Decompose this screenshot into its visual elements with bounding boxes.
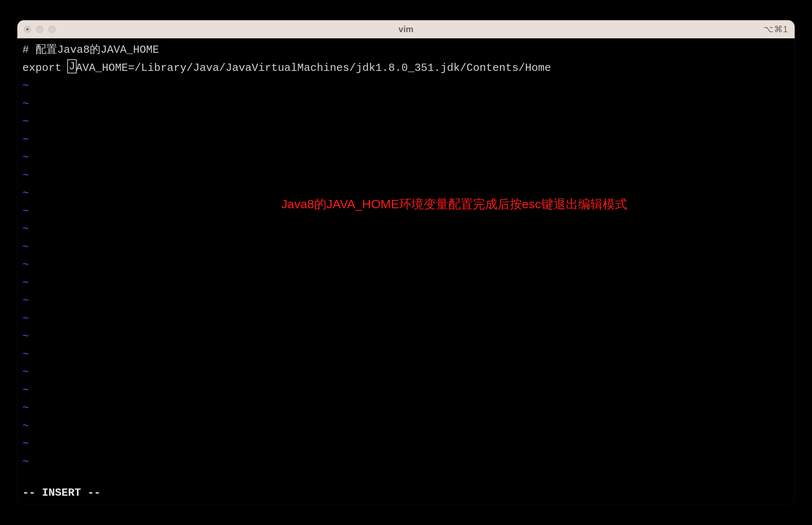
empty-line-tilde: ~	[22, 310, 790, 328]
empty-line-tilde: ~	[22, 256, 790, 274]
annotation-overlay: Java8的JAVA_HOME环境变量配置完成后按esc键退出编辑模式	[281, 194, 627, 214]
text-cursor: J	[67, 59, 77, 73]
vim-editor-area[interactable]: # 配置Java8的JAVA_HOME export JAVA_HOME=/Li…	[17, 38, 795, 505]
minimize-icon[interactable]	[36, 26, 43, 33]
empty-line-tilde: ~	[22, 328, 790, 346]
empty-line-tilde: ~	[22, 363, 790, 381]
empty-line-tilde: ~	[22, 77, 790, 95]
empty-line-tilde: ~	[22, 346, 790, 364]
empty-line-tilde: ~	[22, 274, 790, 292]
window-shortcut-indicator: ⌥⌘1	[764, 24, 788, 34]
editor-line-1: # 配置Java8的JAVA_HOME	[22, 41, 790, 59]
empty-line-tilde: ~	[22, 435, 790, 453]
window-traffic-lights	[24, 26, 56, 33]
empty-line-tilde: ~	[22, 238, 790, 256]
empty-line-tilde: ~	[22, 131, 790, 149]
empty-line-tilde: ~	[22, 220, 790, 238]
empty-line-tilde: ~	[22, 167, 790, 185]
maximize-icon[interactable]	[48, 26, 56, 33]
editor-line-2: export JAVA_HOME=/Library/Java/JavaVirtu…	[22, 59, 790, 77]
terminal-window: vim ⌥⌘1 # 配置Java8的JAVA_HOME export JAVA_…	[17, 20, 795, 505]
empty-line-tilde: ~	[22, 417, 790, 435]
empty-line-tilde: ~	[22, 399, 790, 417]
empty-line-tilde: ~	[22, 113, 790, 131]
empty-line-tilde: ~	[22, 95, 790, 113]
empty-line-tilde: ~	[22, 381, 790, 400]
window-titlebar: vim ⌥⌘1	[17, 20, 795, 38]
line2-rest: AVA_HOME=/Library/Java/JavaVirtualMachin…	[76, 59, 551, 77]
window-title: vim	[398, 24, 413, 34]
line2-prefix: export	[22, 59, 68, 77]
close-icon[interactable]	[24, 26, 31, 33]
empty-lines: ~~~~~~~~~~~~~~~~~~~~~~	[22, 77, 790, 471]
empty-line-tilde: ~	[22, 292, 790, 310]
vim-mode-status: -- INSERT --	[22, 484, 101, 502]
empty-line-tilde: ~	[22, 453, 790, 471]
empty-line-tilde: ~	[22, 149, 790, 167]
